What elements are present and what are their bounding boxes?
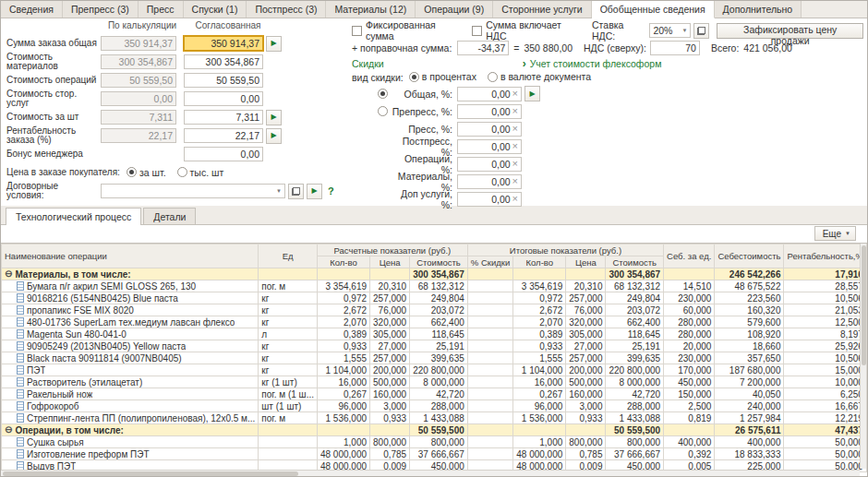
discount-input[interactable]: 0,00× bbox=[457, 174, 522, 189]
discount-input[interactable]: 0,00× bbox=[457, 122, 522, 137]
table-row[interactable]: Бумага п/г акрил SEMI GLOSS 265, 130пог.… bbox=[2, 280, 868, 292]
header-price[interactable]: Цена bbox=[370, 256, 410, 268]
table-row[interactable]: Сушка сырья1,000800,000800,0001,000800,0… bbox=[2, 436, 868, 448]
radio-option[interactable]: за шт. bbox=[127, 167, 166, 178]
header-name[interactable]: Наименование операции bbox=[2, 244, 259, 268]
group-row[interactable]: ⊖Материалы, в том числе:300 354,867300 3… bbox=[2, 268, 868, 280]
contract-combo[interactable]: ▼ bbox=[101, 184, 285, 198]
group-row[interactable]: ⊖Операции, в том числе:50 559,50050 559,… bbox=[2, 424, 868, 436]
discount-input[interactable]: 0,00× bbox=[457, 104, 522, 119]
collapse-icon[interactable]: ⊖ bbox=[5, 425, 12, 435]
radio-option[interactable]: в валюте документа bbox=[488, 71, 591, 82]
fixed-sum-option[interactable]: Фиксированная сумма bbox=[352, 19, 459, 42]
agreed-value-field[interactable]: 50 559,50 bbox=[184, 73, 263, 88]
help-icon[interactable]: ? bbox=[328, 185, 334, 197]
header-unit[interactable]: Ед bbox=[259, 244, 318, 268]
table-row[interactable]: Ракельный ножпог. м (1 ш...0,267160,0004… bbox=[2, 388, 868, 400]
top-tab[interactable]: Пресс bbox=[139, 1, 184, 18]
top-tab[interactable]: Операции (9) bbox=[416, 1, 493, 18]
agreed-value-field[interactable]: 350 914,37 bbox=[184, 36, 263, 51]
radio-icon[interactable] bbox=[378, 89, 388, 99]
clear-icon[interactable]: × bbox=[511, 124, 521, 134]
clear-icon[interactable]: × bbox=[511, 106, 521, 116]
radio-icon[interactable] bbox=[378, 106, 388, 116]
agreed-value-field[interactable]: 22,17 bbox=[184, 128, 263, 143]
horizontal-scrollbar[interactable] bbox=[1, 470, 860, 476]
top-tab[interactable]: Постпресс (3) bbox=[247, 1, 326, 18]
header-cost[interactable]: Стоимость bbox=[410, 256, 468, 268]
apply-button[interactable]: ▶ bbox=[266, 36, 282, 52]
cell-fqty: 2,070 bbox=[513, 316, 566, 328]
vat-rate-combo[interactable]: 20% ▼ bbox=[649, 23, 691, 38]
agreed-value-field[interactable]: 0,00 bbox=[184, 91, 263, 106]
header-discount[interactable]: % Скидки bbox=[467, 256, 512, 268]
agreed-value-field[interactable]: 0,00 bbox=[184, 147, 263, 161]
table-row[interactable]: 90905249 (2013NB0405) Yellow пастакг0,93… bbox=[2, 340, 868, 352]
table-row[interactable]: Изготовление преформ ПЭТ48 000,0000,7853… bbox=[2, 448, 868, 460]
collapse-icon[interactable]: ⊖ bbox=[5, 269, 12, 279]
scrollbar-thumb[interactable] bbox=[3, 471, 298, 476]
header-self-cost[interactable]: Себестоимость bbox=[715, 244, 784, 268]
vertical-scrollbar[interactable] bbox=[860, 244, 866, 469]
top-tab[interactable]: Материалы (12) bbox=[326, 1, 416, 18]
chevron-down-icon[interactable]: ▼ bbox=[273, 188, 284, 194]
discount-input[interactable]: 0,00× bbox=[457, 192, 522, 207]
clear-icon[interactable]: × bbox=[511, 159, 521, 169]
vat-open-button[interactable] bbox=[693, 23, 709, 39]
header-final-cost[interactable]: Стоимость bbox=[606, 256, 664, 268]
agreed-value-field[interactable]: 300 354,867 bbox=[184, 54, 263, 69]
correction-input[interactable]: -34,37 bbox=[457, 41, 509, 55]
flexo-link[interactable]: › Учет стоимости флексоформ bbox=[523, 58, 662, 69]
table-row[interactable]: 90168216 (5154NB0425) Blue пастакг0,9722… bbox=[2, 292, 868, 304]
cell-fprice bbox=[566, 424, 606, 436]
row-name: 90168216 (5154NB0425) Blue паста bbox=[27, 293, 178, 304]
contract-open-button[interactable] bbox=[288, 184, 304, 199]
clear-icon[interactable]: × bbox=[511, 89, 521, 99]
table-row[interactable]: пропапикс FSE MIX 8020кг2,67276,000203,0… bbox=[2, 304, 868, 316]
table-row[interactable]: Black паста 90911814 (9007NB0405)кг1,555… bbox=[2, 352, 868, 364]
top-tab[interactable]: Дополнительно bbox=[715, 1, 802, 18]
radio-option[interactable]: в процентах bbox=[409, 71, 476, 82]
table-row[interactable]: Гофрокоробшт (1 шт)96,0003,000288,00096,… bbox=[2, 400, 868, 412]
vat-included-option[interactable]: Сумма включает НДС bbox=[472, 19, 577, 42]
table-row[interactable]: Растворитель (этилацетат)кг (1 шт)16,000… bbox=[2, 376, 868, 388]
clear-icon[interactable]: × bbox=[511, 176, 521, 186]
column-header-calc: По калькуляции bbox=[102, 20, 182, 30]
header-qty[interactable]: Кол-во bbox=[317, 256, 369, 268]
discount-input[interactable]: 0,00× bbox=[457, 157, 522, 172]
table-row[interactable]: 480-01736 SuperLam тех.медиум лавсан фле… bbox=[2, 316, 868, 328]
top-tab[interactable]: Обобщенные сведения bbox=[592, 1, 715, 18]
chevron-down-icon[interactable]: ▼ bbox=[679, 28, 690, 33]
apply-button[interactable]: ▶ bbox=[266, 128, 282, 144]
scrollbar-thumb[interactable] bbox=[862, 245, 866, 365]
cell-fcost: 1 433,088 bbox=[606, 412, 664, 424]
header-unit-cost[interactable]: Себ. за ед. bbox=[664, 244, 715, 268]
discount-input[interactable]: 0,00× bbox=[457, 87, 522, 101]
contract-apply-button[interactable]: ▶ bbox=[307, 184, 322, 199]
top-tab[interactable]: Спуски (1) bbox=[184, 1, 247, 18]
more-button[interactable]: Еще ▼ bbox=[814, 226, 856, 241]
header-final-price[interactable]: Цена bbox=[566, 256, 606, 268]
table-row[interactable]: Magenta Sun 480-041-0л0,389305,000118,64… bbox=[2, 328, 868, 340]
top-tab[interactable]: Сведения bbox=[1, 1, 63, 18]
top-tab[interactable]: Препресс (3) bbox=[63, 1, 139, 18]
table-row[interactable]: Стреппинг-лента ПП (полипропиленовая), 1… bbox=[2, 412, 868, 424]
cell-selfcost: 7 200,000 bbox=[715, 376, 784, 388]
detail-tab[interactable]: Технологический процесс bbox=[6, 208, 141, 225]
cell-unitcost: 280,000 bbox=[664, 328, 715, 340]
radio-option[interactable]: тыс. шт bbox=[177, 167, 224, 178]
fix-price-button[interactable]: Зафиксировать цену продажи bbox=[717, 23, 863, 39]
clear-icon[interactable]: × bbox=[511, 194, 521, 204]
header-profitability[interactable]: Рентабельность,% bbox=[784, 244, 866, 268]
discount-input[interactable]: 0,00× bbox=[457, 139, 522, 154]
apply-button[interactable]: ▶ bbox=[266, 110, 282, 125]
clear-icon[interactable]: × bbox=[511, 141, 521, 151]
header-profit[interactable]: Прибыль bbox=[866, 244, 867, 268]
apply-discount-button[interactable]: ▶ bbox=[524, 86, 540, 101]
table-row[interactable]: ПЭТкг1 104,000200,000220 800,0001 104,00… bbox=[2, 364, 868, 376]
calc-value-field: 22,17 bbox=[101, 128, 176, 143]
header-final-qty[interactable]: Кол-во bbox=[513, 256, 566, 268]
detail-tab[interactable]: Детали bbox=[143, 208, 196, 224]
agreed-value-field[interactable]: 7,311 bbox=[184, 110, 263, 125]
top-tab[interactable]: Сторонние услуги bbox=[493, 1, 591, 18]
